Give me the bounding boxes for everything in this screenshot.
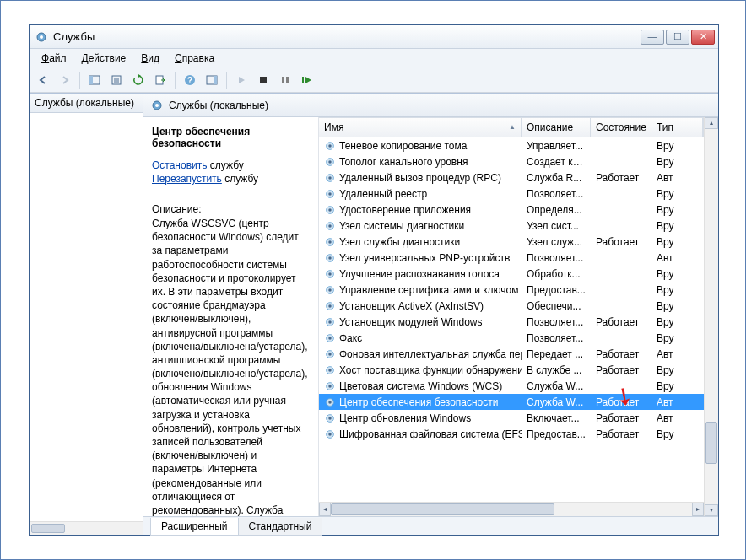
show-hide-tree-button[interactable] [84, 70, 105, 90]
svg-point-30 [328, 224, 332, 228]
toolbar: ? [30, 67, 718, 93]
titlebar: Службы — ☐ ✕ [30, 25, 718, 49]
forward-button[interactable] [55, 70, 75, 90]
svg-point-18 [155, 104, 159, 107]
column-description[interactable]: Описание [522, 118, 591, 137]
service-type-cell: Авт [651, 412, 704, 424]
show-hide-action-pane-button[interactable] [202, 70, 222, 90]
service-name-cell: Факс [319, 332, 522, 344]
tab-standard[interactable]: Стандартный [238, 518, 323, 536]
service-type-cell: Вру [651, 364, 704, 376]
service-type-cell: Вру [651, 188, 704, 200]
pause-service-button[interactable] [275, 70, 295, 90]
services-app-icon [35, 30, 48, 44]
service-row[interactable]: Шифрованная файловая система (EFS)Предос… [319, 426, 704, 442]
tree-hscrollbar[interactable] [30, 521, 143, 535]
list-hscrollbar[interactable]: ◂▸ [319, 502, 704, 516]
svg-rect-16 [302, 77, 304, 83]
service-status-cell: Работает [591, 172, 651, 184]
svg-point-32 [328, 240, 332, 244]
service-desc-cell: Предостав... [522, 428, 591, 440]
service-row[interactable]: Улучшение распознавания голосаОбработк..… [319, 266, 704, 282]
service-row[interactable]: Установщик модулей WindowsПозволяет...Ра… [319, 314, 704, 330]
service-row[interactable]: Тополог канального уровняСоздает ка...Вр… [319, 153, 704, 170]
service-status-cell: Работает [591, 396, 651, 408]
service-row[interactable]: Фоновая интеллектуальная служба пер...Пе… [319, 346, 704, 362]
service-type-cell: Вру [651, 268, 704, 280]
tab-extended[interactable]: Расширенный [150, 518, 239, 536]
svg-point-52 [328, 401, 332, 404]
service-desc-cell: Обеспечи... [522, 300, 591, 312]
service-list[interactable]: Теневое копирование томаУправляет...ВруТ… [319, 137, 704, 502]
service-type-cell: Вру [651, 140, 704, 152]
service-row[interactable]: Удаленный вызов процедур (RPC)Служба R..… [319, 170, 704, 186]
service-name-cell: Узел службы диагностики [319, 236, 522, 248]
service-type-cell: Вру [651, 236, 704, 248]
service-row[interactable]: Цветовая система Windows (WCS)Служба W..… [319, 378, 704, 394]
menu-file[interactable]: Файл [35, 51, 73, 66]
service-desc-cell: Узел сист... [522, 220, 591, 232]
service-type-cell: Вру [651, 156, 704, 168]
menu-help[interactable]: Справка [168, 51, 221, 66]
stop-service-button[interactable] [253, 70, 273, 90]
svg-point-40 [328, 304, 332, 308]
restart-service-button[interactable] [297, 70, 317, 90]
service-desc-cell: Позволяет... [522, 252, 591, 264]
stop-service-link[interactable]: Остановить [152, 159, 208, 171]
svg-rect-3 [89, 76, 93, 84]
column-status[interactable]: Состояние [591, 118, 651, 137]
start-service-button[interactable] [231, 70, 251, 90]
service-row[interactable]: Удостоверение приложенияОпределя...Вру [319, 202, 704, 218]
svg-point-22 [328, 160, 332, 164]
service-type-cell: Вру [651, 332, 704, 344]
service-row[interactable]: Узел службы диагностикиУзел служ...Работ… [319, 234, 704, 250]
service-row[interactable]: Узел универсальных PNP-устройствПозволяе… [319, 250, 704, 266]
svg-point-38 [328, 288, 332, 292]
service-name-cell: Удаленный реестр [319, 188, 522, 200]
right-pane-title: Службы (локальные) [169, 100, 268, 111]
service-row[interactable]: Управление сертификатами и ключом ...Пре… [319, 282, 704, 298]
service-row[interactable]: Центр обеспечения безопасностиСлужба W..… [319, 394, 704, 410]
svg-point-24 [328, 176, 332, 180]
service-name-cell: Центр обновления Windows [319, 412, 522, 424]
menu-view[interactable]: Вид [134, 51, 166, 66]
help-button[interactable]: ? [180, 70, 200, 90]
properties-button[interactable] [106, 70, 127, 90]
selected-service-name: Центр обеспечения безопасности [152, 126, 310, 149]
close-button[interactable]: ✕ [691, 30, 715, 45]
service-name-cell: Теневое копирование тома [319, 140, 522, 152]
restart-service-link[interactable]: Перезапустить [152, 173, 222, 185]
tabs-bottom: Расширенный Стандартный [143, 516, 718, 535]
refresh-button[interactable] [128, 70, 149, 90]
service-row[interactable]: Узел системы диагностикиУзел сист...Вру [319, 218, 704, 234]
svg-point-20 [328, 144, 332, 148]
column-type[interactable]: Тип [651, 118, 703, 137]
maximize-button[interactable]: ☐ [666, 30, 689, 45]
service-desc-cell: В службе ... [522, 364, 591, 376]
export-list-button[interactable] [150, 70, 170, 90]
back-button[interactable] [33, 70, 53, 90]
service-desc-cell: Служба W... [522, 396, 591, 408]
service-row[interactable]: ФаксПозволяет...Вру [319, 330, 704, 346]
service-status-cell: Работает [591, 348, 651, 360]
service-row[interactable]: Удаленный реестрПозволяет...Вру [319, 186, 704, 202]
service-row[interactable]: Хост поставщика функции обнаруженияВ слу… [319, 362, 704, 378]
service-name-cell: Цветовая система Windows (WCS) [319, 380, 522, 392]
service-type-cell: Вру [651, 220, 704, 232]
window-title: Службы [53, 30, 641, 43]
minimize-button[interactable]: — [641, 30, 664, 45]
list-vscrollbar[interactable]: ▴▾ [704, 117, 718, 516]
column-name[interactable]: Имя [319, 118, 522, 137]
console-tree-pane: Службы (локальные) [30, 94, 143, 535]
service-row[interactable]: Центр обновления WindowsВключает...Работ… [319, 410, 704, 426]
service-type-cell: Авт [651, 396, 704, 408]
description-label: Описание: [152, 203, 310, 215]
service-row[interactable]: Теневое копирование томаУправляет...Вру [319, 137, 704, 153]
service-row[interactable]: Установщик ActiveX (AxInstSV)Обеспечи...… [319, 298, 704, 314]
service-type-cell: Вру [651, 380, 704, 392]
tree-header[interactable]: Службы (локальные) [30, 94, 143, 113]
description-text: Служба WSCSVC (центр безопасности Window… [152, 217, 310, 517]
svg-point-56 [328, 433, 332, 436]
svg-rect-14 [282, 77, 284, 83]
menu-action[interactable]: Действие [75, 51, 133, 66]
